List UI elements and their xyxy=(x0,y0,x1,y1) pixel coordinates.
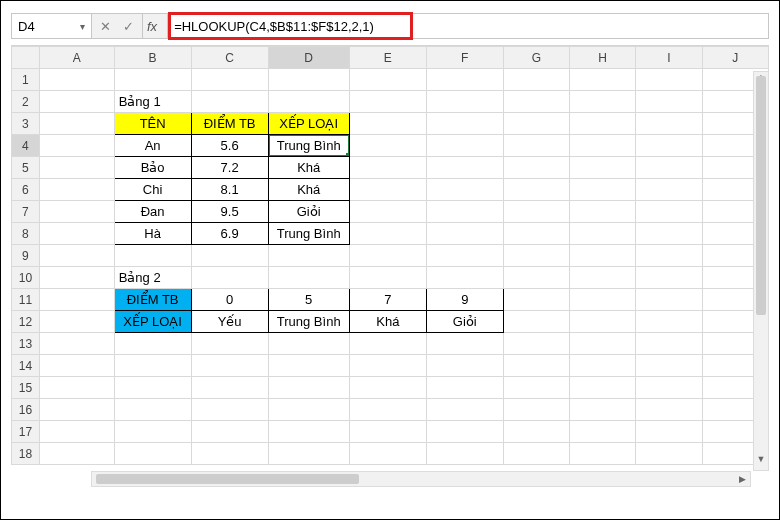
cell[interactable] xyxy=(268,355,349,377)
horizontal-scroll-thumb[interactable] xyxy=(96,474,359,484)
row-header-18[interactable]: 18 xyxy=(12,443,40,465)
formula-input[interactable]: =HLOOKUP(C4,$B$11:$F$12,2,1) xyxy=(168,14,768,38)
cell[interactable] xyxy=(503,443,569,465)
t2-r2-v0[interactable]: Yếu xyxy=(191,311,268,333)
cell[interactable] xyxy=(636,421,702,443)
cell[interactable] xyxy=(349,267,426,289)
col-header-F[interactable]: F xyxy=(426,47,503,69)
vertical-scroll-thumb[interactable] xyxy=(756,76,766,315)
cell[interactable] xyxy=(503,311,569,333)
cell[interactable] xyxy=(349,399,426,421)
row-header-12[interactable]: 12 xyxy=(12,311,40,333)
t2-r1-v2[interactable]: 7 xyxy=(349,289,426,311)
cell[interactable] xyxy=(570,135,636,157)
row-header-6[interactable]: 6 xyxy=(12,179,40,201)
cell[interactable] xyxy=(114,333,191,355)
cell[interactable] xyxy=(191,377,268,399)
table1-title[interactable]: Bảng 1 xyxy=(114,91,191,113)
cell[interactable] xyxy=(114,377,191,399)
cell[interactable] xyxy=(636,157,702,179)
col-header-J[interactable]: J xyxy=(702,47,768,69)
t1-r3-rank[interactable]: Khá xyxy=(268,179,349,201)
cell[interactable] xyxy=(191,69,268,91)
cell[interactable] xyxy=(39,421,114,443)
cell[interactable] xyxy=(39,201,114,223)
cell[interactable] xyxy=(349,69,426,91)
cell[interactable] xyxy=(268,69,349,91)
cell[interactable] xyxy=(191,399,268,421)
cell[interactable] xyxy=(503,399,569,421)
horizontal-scrollbar[interactable]: ◀ ▶ xyxy=(91,471,751,487)
cell[interactable] xyxy=(114,245,191,267)
t1-r3-score[interactable]: 8.1 xyxy=(191,179,268,201)
cell[interactable] xyxy=(636,443,702,465)
cell[interactable] xyxy=(39,333,114,355)
row-header-2[interactable]: 2 xyxy=(12,91,40,113)
row-header-11[interactable]: 11 xyxy=(12,289,40,311)
cell[interactable] xyxy=(114,399,191,421)
cell[interactable] xyxy=(426,201,503,223)
cell[interactable] xyxy=(503,157,569,179)
cell[interactable] xyxy=(349,157,426,179)
cell[interactable] xyxy=(570,201,636,223)
t1-r2-name[interactable]: Bảo xyxy=(114,157,191,179)
cell[interactable] xyxy=(426,91,503,113)
cell[interactable] xyxy=(349,377,426,399)
cell[interactable] xyxy=(636,333,702,355)
cell[interactable] xyxy=(636,377,702,399)
name-box-dropdown-icon[interactable]: ▾ xyxy=(80,21,85,32)
cell[interactable] xyxy=(570,443,636,465)
row-header-3[interactable]: 3 xyxy=(12,113,40,135)
cell[interactable] xyxy=(39,179,114,201)
row-header-14[interactable]: 14 xyxy=(12,355,40,377)
cell[interactable] xyxy=(570,113,636,135)
table2-title[interactable]: Bảng 2 xyxy=(114,267,191,289)
t1-hdr-name[interactable]: TÊN xyxy=(114,113,191,135)
col-header-I[interactable]: I xyxy=(636,47,702,69)
t1-r2-score[interactable]: 7.2 xyxy=(191,157,268,179)
cell[interactable] xyxy=(636,113,702,135)
cell[interactable] xyxy=(349,179,426,201)
cell[interactable] xyxy=(503,113,569,135)
cell[interactable] xyxy=(39,443,114,465)
row-header-9[interactable]: 9 xyxy=(12,245,40,267)
t1-r1-name[interactable]: An xyxy=(114,135,191,157)
row-header-17[interactable]: 17 xyxy=(12,421,40,443)
cell[interactable] xyxy=(39,69,114,91)
cell[interactable] xyxy=(636,311,702,333)
cell[interactable] xyxy=(503,69,569,91)
cell[interactable] xyxy=(349,421,426,443)
cell[interactable] xyxy=(268,421,349,443)
cell[interactable] xyxy=(426,245,503,267)
cell[interactable] xyxy=(636,245,702,267)
cell[interactable] xyxy=(503,91,569,113)
cell[interactable] xyxy=(191,91,268,113)
cell[interactable] xyxy=(636,201,702,223)
col-header-C[interactable]: C xyxy=(191,47,268,69)
cell[interactable] xyxy=(268,333,349,355)
cell[interactable] xyxy=(426,113,503,135)
cell[interactable] xyxy=(636,223,702,245)
cell[interactable] xyxy=(426,267,503,289)
cell[interactable] xyxy=(503,421,569,443)
cell[interactable] xyxy=(503,135,569,157)
name-box[interactable]: D4 ▾ xyxy=(12,14,92,38)
cell[interactable] xyxy=(39,245,114,267)
cell[interactable] xyxy=(114,443,191,465)
cell[interactable] xyxy=(191,355,268,377)
cell[interactable] xyxy=(268,245,349,267)
cell[interactable] xyxy=(503,179,569,201)
cell[interactable] xyxy=(636,355,702,377)
cell[interactable] xyxy=(268,399,349,421)
row-header-15[interactable]: 15 xyxy=(12,377,40,399)
cell[interactable] xyxy=(39,157,114,179)
cell[interactable] xyxy=(349,223,426,245)
cell[interactable] xyxy=(426,355,503,377)
cell[interactable] xyxy=(426,443,503,465)
cell[interactable] xyxy=(349,113,426,135)
t2-r1-v3[interactable]: 9 xyxy=(426,289,503,311)
col-header-A[interactable]: A xyxy=(39,47,114,69)
t2-r1-label[interactable]: ĐIỂM TB xyxy=(114,289,191,311)
cell[interactable] xyxy=(570,355,636,377)
cell[interactable] xyxy=(268,267,349,289)
